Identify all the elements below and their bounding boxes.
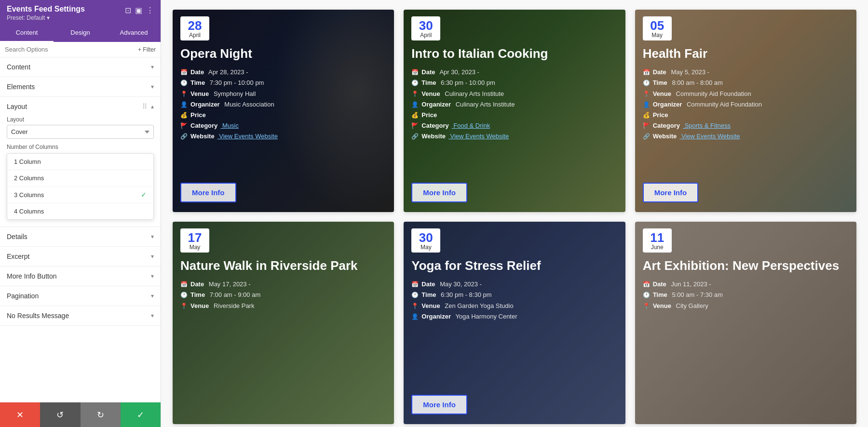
section-content-header[interactable]: Content ▾ — [0, 57, 161, 77]
sidebar-preset[interactable]: Preset: Default ▾ — [7, 14, 85, 21]
event-details: 📅 Date May 30, 2023 - 🕐 Time 6:30 pm - 8… — [411, 280, 617, 388]
tab-advanced[interactable]: Advanced — [107, 24, 161, 42]
check-icon: ✓ — [141, 191, 147, 199]
detail-icon: 👤 — [411, 101, 419, 109]
more-icon[interactable]: ⋮ — [146, 6, 154, 15]
detail-value: Music Association — [223, 100, 274, 109]
cancel-button[interactable]: ✕ — [0, 402, 40, 427]
detail-value: 6:30 pm - 8:30 pm — [439, 291, 491, 299]
date-day: 11 — [650, 231, 664, 244]
sidebar-header-icons: ⊡ ▣ ⋮ — [125, 6, 154, 15]
detail-label: Category — [653, 121, 680, 130]
chevron-down-icon: ▾ — [151, 253, 154, 260]
card-content: 17 May Nature Walk in Riverside Park 📅 D… — [173, 222, 394, 424]
detail-icon: 📍 — [643, 90, 650, 98]
section-elements-header[interactable]: Elements ▾ — [0, 77, 161, 96]
filter-button[interactable]: + Filter — [138, 46, 156, 53]
more-info-button[interactable]: More Info — [643, 183, 699, 202]
detail-label: Date — [653, 280, 666, 289]
section-no-results-header[interactable]: No Results Message ▾ — [0, 306, 161, 325]
date-badge: 30 May — [411, 228, 440, 253]
detail-label: Date — [421, 68, 435, 77]
event-detail-row: 🔗 Website View Events Website — [411, 132, 617, 141]
fullscreen-icon[interactable]: ⊡ — [125, 6, 131, 15]
event-title: Intro to Italian Cooking — [411, 46, 617, 61]
card-content: 30 April Intro to Italian Cooking 📅 Date… — [404, 10, 625, 212]
more-info-button[interactable]: More Info — [180, 183, 236, 202]
event-title: Opera Night — [180, 46, 386, 61]
detail-icon: 🕐 — [411, 291, 419, 299]
detail-icon: 📍 — [411, 90, 419, 98]
column-option-4[interactable]: 4 Columns — [7, 203, 153, 219]
detail-label: Date — [653, 68, 666, 77]
event-detail-row: 🕐 Time 6:30 pm - 10:00 pm — [411, 79, 617, 87]
detail-icon: 🕐 — [411, 79, 419, 87]
layout-drag-icon: ⠿ — [142, 103, 147, 110]
sidebar-header: Events Feed Settings Preset: Default ▾ ⊡… — [0, 0, 161, 24]
event-detail-row: 🕐 Time 6:30 pm - 8:30 pm — [411, 291, 617, 299]
detail-label: Time — [653, 79, 667, 87]
column-option-2[interactable]: 2 Columns — [7, 170, 153, 187]
detail-value: Community Aid Foundation — [674, 90, 751, 98]
detail-value: May 5, 2023 - — [669, 68, 709, 77]
event-detail-row: 🚩 Category Food & Drink — [411, 121, 617, 130]
detail-icon: 🕐 — [180, 291, 188, 299]
detail-icon: 🕐 — [643, 291, 650, 299]
card-content: 30 May Yoga for Stress Relief 📅 Date May… — [404, 222, 625, 424]
sidebar-bottom-bar: ✕ ↺ ↻ ✓ — [0, 402, 161, 427]
column-option-3[interactable]: 3 Columns ✓ — [7, 187, 153, 203]
detail-value: View Events Website — [448, 132, 509, 141]
layout-select[interactable]: Cover — [7, 125, 154, 139]
section-excerpt-header[interactable]: Excerpt ▾ — [0, 247, 161, 266]
detail-label: Time — [421, 291, 436, 299]
column-option-1[interactable]: 1 Column — [7, 154, 153, 170]
event-detail-row: 📍 Venue Community Aid Foundation — [643, 90, 849, 98]
layout-icon[interactable]: ▣ — [135, 6, 142, 15]
columns-label: Number of Columns — [7, 144, 154, 150]
section-details-header[interactable]: Details ▾ — [0, 227, 161, 246]
event-title: Health Fair — [643, 46, 849, 61]
detail-value: Sports & Fitness — [683, 121, 731, 130]
detail-value: Food & Drink — [452, 121, 490, 130]
layout-section-content: Layout Cover Number of Columns 1 Column … — [0, 116, 161, 227]
redo-button[interactable]: ↻ — [81, 402, 121, 427]
search-input[interactable] — [5, 46, 135, 53]
card-content: 11 June Art Exhibition: New Perspectives… — [635, 222, 856, 424]
event-detail-row: 📍 Venue Symphony Hall — [180, 90, 386, 98]
detail-value: Apr 28, 2023 - — [207, 68, 248, 77]
chevron-up-icon: ▴ — [151, 103, 154, 110]
detail-label: Time — [653, 291, 667, 299]
detail-icon: 💰 — [180, 111, 188, 120]
event-detail-row: 👤 Organizer Yoga Harmony Center — [411, 312, 617, 321]
event-detail-row: 💰 Price — [411, 111, 617, 120]
event-detail-row: 🚩 Category Sports & Fitness — [643, 121, 849, 130]
tab-design[interactable]: Design — [54, 24, 107, 42]
detail-value: May 30, 2023 - — [438, 280, 482, 289]
detail-label: Website — [421, 132, 446, 141]
sidebar-search-row: + Filter — [0, 42, 161, 57]
more-info-button[interactable]: More Info — [411, 395, 467, 414]
detail-value: 5:00 am - 7:30 am — [670, 291, 723, 299]
detail-value: View Events Website — [679, 132, 740, 141]
section-details: Details ▾ — [0, 227, 161, 247]
event-detail-row: 👤 Organizer Community Aid Foundation — [643, 100, 849, 109]
detail-icon: 🔗 — [643, 133, 650, 141]
section-more-info-button: More Info Button ▾ — [0, 267, 161, 286]
events-grid: 28 April Opera Night 📅 Date Apr 28, 2023… — [173, 10, 856, 424]
detail-label: Venue — [190, 302, 209, 310]
detail-icon: 👤 — [180, 101, 188, 109]
detail-value: 7:00 am - 9:00 am — [208, 291, 260, 299]
save-button[interactable]: ✓ — [121, 402, 161, 427]
reset-button[interactable]: ↺ — [40, 402, 80, 427]
tab-content[interactable]: Content — [0, 24, 54, 42]
section-layout-header[interactable]: Layout ⠿ ▴ — [0, 97, 161, 116]
detail-label: Venue — [653, 302, 671, 310]
date-month: June — [651, 244, 664, 251]
detail-value: Riverside Park — [212, 302, 254, 310]
section-more-info-header[interactable]: More Info Button ▾ — [0, 267, 161, 286]
detail-icon: 🚩 — [643, 122, 650, 130]
chevron-down-icon: ▾ — [151, 273, 154, 280]
more-info-button[interactable]: More Info — [411, 183, 467, 202]
detail-value — [671, 111, 673, 120]
section-pagination-header[interactable]: Pagination ▾ — [0, 286, 161, 306]
